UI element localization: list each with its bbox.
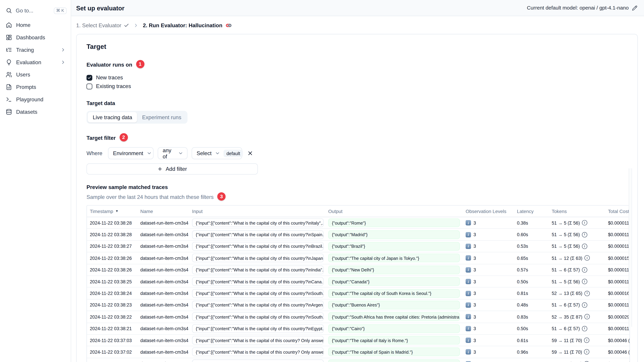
output-value-box[interactable]: {"output":"New Delhi"} — [328, 266, 460, 274]
table-row[interactable]: 2024-11-22 03:38:24dataset-run-item-cm3s… — [87, 288, 630, 299]
info-circle-icon[interactable]: i — [582, 302, 587, 308]
output-value-box[interactable]: {"output":"The capital city of Japan is … — [328, 254, 460, 262]
input-value-box[interactable]: {"input":[{"content":"What is the capita… — [192, 266, 324, 274]
info-circle-icon[interactable]: i — [584, 314, 590, 320]
column-header-latency[interactable]: Latency — [514, 209, 549, 214]
sidebar-item-label: Home — [16, 22, 30, 28]
table-row[interactable]: 2024-11-22 03:38:27dataset-run-item-cm3s… — [87, 241, 630, 252]
output-value-box[interactable]: {"output":"The capital city of South Kor… — [328, 289, 460, 298]
sidebar-item-dashboards[interactable]: Dashboards — [0, 31, 71, 43]
input-value-box[interactable]: {"input":[{"content":"What is the capita… — [192, 360, 324, 362]
column-header-input[interactable]: Input — [189, 209, 325, 214]
info-circle-icon[interactable]: i — [584, 350, 590, 355]
input-value-box[interactable]: {"input":[{"content":"What is the capita… — [192, 313, 324, 321]
input-value-box[interactable]: {"input":[{"content":"What is the capita… — [192, 218, 324, 227]
annotation-badge-1: 1 — [136, 60, 144, 68]
table-row[interactable]: 2024-11-22 03:38:22dataset-run-item-cm3s… — [87, 311, 630, 323]
info-circle-icon[interactable]: i — [582, 244, 587, 249]
new-traces-checkbox[interactable] — [86, 75, 92, 80]
table-row[interactable]: 2024-11-22 03:38:28dataset-run-item-cm3s… — [87, 229, 630, 241]
remove-filter-icon[interactable] — [247, 150, 253, 156]
sidebar-item-datasets[interactable]: Datasets — [0, 105, 71, 118]
input-value-box[interactable]: {"input":[{"content":"What is the capita… — [192, 301, 324, 309]
tokens-cell: 51 → 12 (Σ 63)i — [549, 255, 605, 261]
column-header-timestamp[interactable]: Timestamp ▼ — [87, 209, 137, 214]
name-cell: dataset-run-item-cm3s4 — [138, 244, 189, 249]
output-value-box[interactable]: {"output":"South Africa has three capita… — [328, 313, 460, 321]
tokens-value: 59 → 11 (Σ 70) — [552, 350, 582, 355]
info-circle-icon[interactable]: i — [582, 220, 587, 226]
input-value-box[interactable]: {"input":[{"content":"What is the capita… — [192, 254, 324, 262]
table-row[interactable]: 2024-11-22 03:38:26dataset-run-item-cm3s… — [87, 252, 630, 264]
plus-icon — [158, 166, 163, 172]
table-row[interactable]: 2024-11-22 03:38:25dataset-run-item-cm3s… — [87, 276, 630, 288]
info-circle-icon[interactable]: i — [584, 338, 590, 343]
output-value-box[interactable]: {"output":"The capital of Brazil is Bras… — [328, 360, 460, 362]
input-value-box[interactable]: {"input":[{"content":"What is the capita… — [192, 348, 324, 357]
observation-count: 3 — [474, 291, 476, 296]
name-cell: dataset-run-item-cm3s4 — [138, 303, 189, 308]
output-value-box[interactable]: {"output":"Canada"} — [328, 277, 460, 286]
table-row[interactable]: 2024-11-22 03:38:26dataset-run-item-cm3s… — [87, 264, 630, 276]
sidebar-item-home[interactable]: Home — [0, 18, 71, 31]
output-value-box[interactable]: {"output":"The capital of Spain is Madri… — [328, 348, 460, 357]
output-value-box[interactable]: {"output":"Madrid"} — [328, 230, 460, 239]
column-header-total-cost[interactable]: Total Cost — [605, 209, 630, 214]
tokens-value: 51 → 6 (Σ 57) — [552, 303, 580, 308]
name-cell: dataset-run-item-cm3s4 — [138, 326, 189, 331]
table-vertical-scrollbar[interactable] — [629, 168, 632, 327]
sidebar-item-prompts[interactable]: Prompts — [0, 81, 71, 93]
info-circle-icon[interactable]: i — [582, 267, 587, 273]
breadcrumb-step-select-evaluator[interactable]: 1. Select Evaluator — [76, 22, 129, 28]
table-row[interactable]: 2024-11-22 03:38:21dataset-run-item-cm3s… — [87, 323, 630, 335]
sidebar-item-playground[interactable]: Playground — [0, 93, 71, 106]
output-value-box[interactable]: {"output":"The capital of Italy is Rome.… — [328, 336, 460, 345]
edit-pencil-icon[interactable] — [632, 5, 638, 10]
table-row[interactable]: 2024-11-22 03:37:03dataset-run-item-cm3s… — [87, 335, 630, 346]
filter-value-dropdown[interactable]: Select default — [192, 147, 242, 159]
output-cell: {"output":"Madrid"} — [325, 230, 463, 239]
column-header-output[interactable]: Output — [325, 209, 463, 214]
input-value-box[interactable]: {"input":[{"content":"What is the capita… — [192, 242, 324, 251]
table-row[interactable]: 2024-11-22 03:37:01dataset-run-item-cm3s… — [87, 358, 630, 362]
info-circle-icon[interactable]: i — [584, 255, 590, 261]
app-window: Go to... ⌘ K HomeDashboardsTracingEvalua… — [0, 0, 644, 362]
info-level-icon: i — [466, 350, 471, 355]
filter-column-dropdown[interactable]: Environment — [108, 147, 154, 159]
column-header-observation-levels[interactable]: Observation Levels — [463, 209, 514, 214]
input-value-box[interactable]: {"input":[{"content":"What is the capita… — [192, 324, 324, 333]
observation-count: 3 — [474, 220, 476, 225]
observation-levels-cell: i3 — [463, 314, 514, 320]
goto-search[interactable]: Go to... ⌘ K — [0, 5, 71, 16]
table-row[interactable]: 2024-11-22 03:38:28dataset-run-item-cm3s… — [87, 217, 630, 229]
existing-traces-checkbox[interactable] — [86, 83, 92, 89]
info-level-icon: i — [466, 255, 471, 261]
add-filter-button[interactable]: Add filter — [86, 163, 258, 175]
input-value-box[interactable]: {"input":[{"content":"What is the capita… — [192, 289, 324, 298]
sidebar-item-users[interactable]: Users — [0, 68, 71, 81]
output-value-box[interactable]: {"output":"Cairo"} — [328, 324, 460, 333]
output-value-box[interactable]: {"output":"Brazil"} — [328, 242, 460, 251]
sidebar-item-tracing[interactable]: Tracing — [0, 43, 71, 56]
breadcrumb-step-run-evaluator: 2. Run Evaluator: Hallucination — [143, 22, 232, 29]
output-value-box[interactable]: {"output":"Buenos Aires"} — [328, 301, 460, 309]
info-circle-icon[interactable]: i — [582, 279, 587, 284]
table-row[interactable]: 2024-11-22 03:37:02dataset-run-item-cm3s… — [87, 346, 630, 358]
filter-operator-dropdown[interactable]: any of — [158, 147, 188, 159]
tab-experiment-runs[interactable]: Experiment runs — [137, 112, 186, 122]
timestamp-cell: 2024-11-22 03:38:21 — [87, 326, 137, 331]
info-circle-icon[interactable]: i — [584, 291, 590, 296]
info-circle-icon[interactable]: i — [582, 326, 587, 331]
total-cost-cell: $0.00046 ( — [605, 338, 630, 343]
input-value-box[interactable]: {"input":[{"content":"What is the capita… — [192, 336, 324, 345]
column-header-tokens[interactable]: Tokens — [549, 209, 605, 214]
table-row[interactable]: 2024-11-22 03:38:23dataset-run-item-cm3s… — [87, 299, 630, 311]
column-header-name[interactable]: Name — [138, 209, 189, 214]
input-value-box[interactable]: {"input":[{"content":"What is the capita… — [192, 230, 324, 239]
input-value-box[interactable]: {"input":[{"content":"What is the capita… — [192, 277, 324, 286]
output-value-box[interactable]: {"output":"Rome"} — [328, 218, 460, 227]
info-circle-icon[interactable]: i — [584, 361, 590, 362]
tab-live-tracing-data[interactable]: Live tracing data — [88, 112, 137, 122]
info-circle-icon[interactable]: i — [582, 232, 587, 237]
sidebar-item-evaluation[interactable]: Evaluation — [0, 56, 71, 68]
